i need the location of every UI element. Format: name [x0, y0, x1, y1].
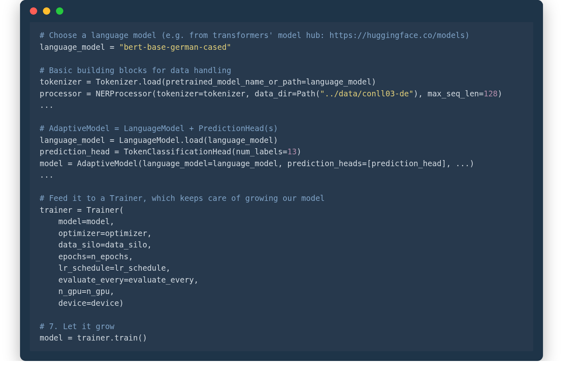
code-line: prediction_head = TokenClassificationHea… [40, 146, 523, 158]
code-line: n_gpu=n_gpu, [40, 285, 523, 297]
code-line: ... [40, 169, 523, 181]
code-token-text: prediction_head = TokenClassificationHea… [40, 147, 287, 156]
code-line: # AdaptiveModel = LanguageModel + Predic… [40, 122, 523, 134]
code-token-comment: # AdaptiveModel = LanguageModel + Predic… [40, 124, 278, 133]
code-token-number: 13 [287, 147, 297, 156]
code-token-text: evaluate_every=evaluate_every, [40, 275, 199, 284]
code-line: model=model, [40, 216, 523, 227]
minimize-icon[interactable] [43, 7, 50, 15]
code-token-text: ... [40, 170, 54, 179]
code-line: trainer = Trainer( [40, 204, 523, 216]
code-line: # 7. Let it grow [40, 321, 523, 332]
code-token-text: model = AdaptiveModel(language_model=lan… [40, 159, 474, 168]
titlebar [20, 0, 543, 22]
code-token-text: trainer = Trainer( [40, 205, 124, 214]
code-line: # Choose a language model (e.g. from tra… [40, 29, 523, 41]
code-token-text: language_model = [40, 42, 119, 51]
code-line: tokenizer = Tokenizer.load(pretrained_mo… [40, 76, 523, 88]
code-line [40, 111, 523, 123]
code-token-number: 128 [484, 89, 498, 98]
code-line: ... [40, 99, 523, 111]
code-line [40, 309, 523, 321]
code-line: evaluate_every=evaluate_every, [40, 274, 523, 286]
code-token-string: "../data/conll03-de" [320, 89, 413, 98]
code-token-comment: # 7. Let it grow [40, 322, 114, 331]
code-token-text: ... [40, 100, 54, 109]
code-line: processor = NERProcessor(tokenizer=token… [40, 88, 523, 100]
code-line: language_model = LanguageModel.load(lang… [40, 134, 523, 146]
code-token-text: optimizer=optimizer, [40, 229, 152, 238]
code-line: lr_schedule=lr_schedule, [40, 262, 523, 274]
code-token-text: ) [297, 147, 301, 156]
code-line: model = trainer.train() [40, 332, 523, 344]
code-token-text: language_model = LanguageModel.load(lang… [40, 136, 278, 145]
code-line: data_silo=data_silo, [40, 239, 523, 251]
code-token-text: model = trainer.train() [40, 333, 147, 342]
code-line [40, 53, 523, 65]
code-token-text: device=device) [40, 298, 124, 307]
code-token-comment: # Basic building blocks for data handlin… [40, 66, 231, 75]
code-token-comment: # Feed it to a Trainer, which keeps care… [40, 194, 325, 203]
code-token-string: "bert-base-german-cased" [119, 42, 231, 51]
code-token-text: n_gpu=n_gpu, [40, 287, 114, 296]
maximize-icon[interactable] [56, 7, 63, 15]
code-line: # Feed it to a Trainer, which keeps care… [40, 192, 523, 204]
close-icon[interactable] [30, 7, 37, 15]
code-block: # Choose a language model (e.g. from tra… [30, 22, 533, 351]
code-line: optimizer=optimizer, [40, 227, 523, 239]
code-token-text: tokenizer = Tokenizer.load(pretrained_mo… [40, 77, 376, 86]
code-token-text: lr_schedule=lr_schedule, [40, 263, 170, 272]
code-line: model = AdaptiveModel(language_model=lan… [40, 158, 523, 169]
code-token-text: ), max_seq_len= [413, 89, 484, 98]
code-line: device=device) [40, 297, 523, 309]
code-token-text: processor = NERProcessor(tokenizer=token… [40, 89, 320, 98]
code-window: # Choose a language model (e.g. from tra… [20, 0, 543, 361]
code-line: epochs=n_epochs, [40, 251, 523, 263]
code-token-text: model=model, [40, 217, 114, 226]
code-token-text: epochs=n_epochs, [40, 252, 133, 261]
code-line: language_model = "bert-base-german-cased… [40, 41, 523, 53]
code-line: # Basic building blocks for data handlin… [40, 65, 523, 76]
code-token-text: ) [498, 89, 502, 98]
code-token-text: data_silo=data_silo, [40, 240, 152, 249]
code-line [40, 181, 523, 193]
code-token-comment: # Choose a language model (e.g. from tra… [40, 31, 469, 40]
